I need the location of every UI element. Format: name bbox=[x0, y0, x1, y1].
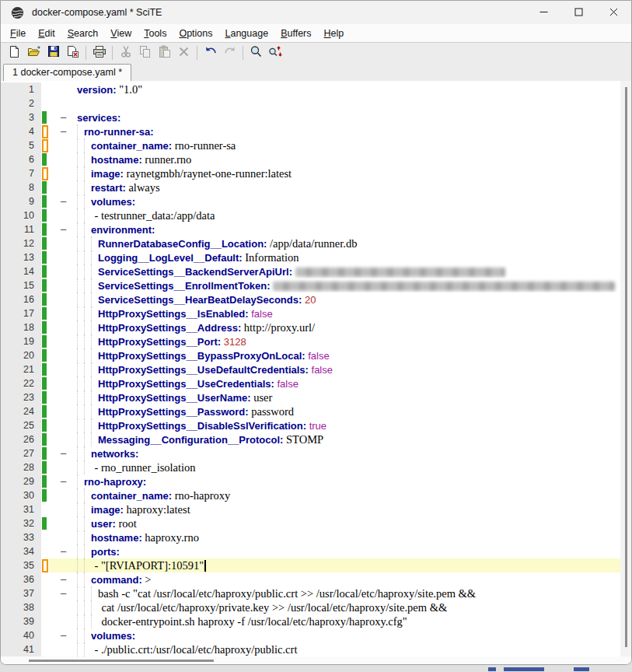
fold-collapse-icon[interactable]: – bbox=[61, 628, 66, 642]
code-line[interactable]: 11–environment: bbox=[1, 222, 620, 236]
code-line[interactable]: 22HttpProxySettings__UseCredentials: fal… bbox=[1, 376, 620, 390]
indent-guide bbox=[84, 376, 85, 390]
code-line[interactable]: 37–bash -c "cat /usr/local/etc/haproxy/p… bbox=[1, 586, 620, 600]
code-line[interactable]: 26Messaging__Configuration__Protocol: ST… bbox=[1, 432, 620, 446]
menu-view[interactable]: View bbox=[104, 26, 138, 41]
yaml-value: rno-runner-sa bbox=[172, 139, 236, 152]
code-line[interactable]: 2 bbox=[1, 96, 620, 110]
fold-collapse-icon[interactable]: – bbox=[61, 474, 66, 488]
code-line[interactable]: 5container_name: rno-runner-sa bbox=[1, 138, 620, 152]
code-line[interactable]: 21HttpProxySettings__UseDefaultCredentia… bbox=[1, 362, 620, 376]
code-text-area: –volumes: bbox=[49, 628, 620, 642]
close-file-button[interactable] bbox=[63, 44, 82, 62]
code-line[interactable]: 18HttpProxySettings__Address: http://pro… bbox=[1, 320, 620, 334]
menu-file[interactable]: File bbox=[4, 26, 32, 41]
code-line-text: hostname: runner.rno bbox=[49, 152, 620, 166]
menu-buffers[interactable]: Buffers bbox=[274, 26, 317, 41]
code-line[interactable]: 24HttpProxySettings__Password: password bbox=[1, 404, 620, 418]
code-line[interactable]: 15ServiceSettings__EnrollmentToken: bbox=[1, 278, 620, 292]
code-line[interactable]: 1version: "1.0" bbox=[1, 82, 620, 96]
code-line[interactable]: 35- "[RVIAPORT]:10591" bbox=[1, 558, 620, 572]
fold-collapse-icon[interactable]: – bbox=[61, 572, 66, 586]
print-button[interactable] bbox=[89, 44, 109, 62]
fold-collapse-icon[interactable]: – bbox=[61, 222, 66, 236]
code-text-area: –networks: bbox=[49, 446, 620, 460]
find-icon bbox=[250, 45, 263, 61]
fold-collapse-icon[interactable]: – bbox=[61, 194, 66, 208]
code-line[interactable]: 41- ./public.crt:/usr/local/etc/haproxy/… bbox=[1, 642, 620, 656]
code-line[interactable]: 6hostname: runner.rno bbox=[1, 152, 620, 166]
line-number: 36 bbox=[1, 572, 41, 586]
fold-collapse-icon[interactable]: – bbox=[61, 544, 66, 558]
code-line[interactable]: 10- testrunner_data:/app/data bbox=[1, 208, 620, 222]
code-line[interactable]: 32user: root bbox=[1, 516, 620, 530]
minimize-button[interactable] bbox=[526, 1, 561, 24]
code-line[interactable]: 31image: haproxy:latest bbox=[1, 502, 620, 516]
code-line[interactable]: 27–networks: bbox=[1, 446, 620, 460]
vertical-scrollbar[interactable] bbox=[620, 81, 631, 656]
menu-search[interactable]: Search bbox=[61, 26, 105, 41]
yaml-value: Information bbox=[243, 251, 299, 264]
change-marker-saved bbox=[41, 362, 49, 376]
line-number: 25 bbox=[1, 418, 41, 432]
code-line[interactable]: 40–volumes: bbox=[1, 628, 620, 642]
maximize-button[interactable] bbox=[561, 1, 596, 24]
code-line[interactable]: 13Logging__LogLevel__Default: Informatio… bbox=[1, 250, 620, 264]
close-button[interactable] bbox=[596, 1, 631, 24]
code-line[interactable]: 12RunnerDatabaseConfig__Location: /app/d… bbox=[1, 236, 620, 250]
code-text-area: –ports: bbox=[49, 544, 620, 558]
menu-options[interactable]: Options bbox=[173, 26, 218, 41]
code-line[interactable]: 16ServiceSettings__HearBeatDelaySeconds:… bbox=[1, 292, 620, 306]
code-line[interactable]: 36–command: > bbox=[1, 572, 620, 586]
tab-docker-compose[interactable]: 1 docker-compose.yaml * bbox=[3, 64, 131, 81]
code-line[interactable]: 38cat /usr/local/etc/haproxy/private.key… bbox=[1, 600, 620, 614]
indent-guide bbox=[77, 530, 78, 544]
yaml-value: root bbox=[116, 517, 137, 530]
fold-collapse-icon[interactable]: – bbox=[61, 124, 66, 138]
fold-collapse-icon[interactable]: – bbox=[61, 110, 66, 124]
line-number: 31 bbox=[1, 502, 41, 516]
change-marker-saved bbox=[41, 460, 49, 474]
editor-pane[interactable]: 1version: "1.0"23–services:4–rno-runner-… bbox=[1, 81, 631, 656]
code-line-text: HttpProxySettings__Password: password bbox=[49, 404, 620, 418]
code-text-area: user: root bbox=[49, 516, 620, 530]
change-marker-unsaved bbox=[41, 124, 49, 138]
horizontal-scrollbar-thumb[interactable] bbox=[29, 660, 214, 662]
code-line[interactable]: 39docker-entrypoint.sh haproxy -f /usr/l… bbox=[1, 614, 620, 628]
save-file-button[interactable] bbox=[44, 44, 63, 62]
code-line[interactable]: 20HttpProxySettings__BypassProxyOnLocal:… bbox=[1, 348, 620, 362]
code-line[interactable]: 9–volumes: bbox=[1, 194, 620, 208]
find-button[interactable] bbox=[246, 44, 266, 62]
code-line[interactable]: 4–rno-runner-sa: bbox=[1, 124, 620, 138]
code-line[interactable]: 17HttpProxySettings__IsEnabled: false bbox=[1, 306, 620, 320]
fold-collapse-icon[interactable]: – bbox=[61, 586, 66, 600]
vertical-scrollbar-thumb[interactable] bbox=[625, 87, 627, 647]
code-line[interactable]: 3–services: bbox=[1, 110, 620, 124]
menu-edit[interactable]: Edit bbox=[32, 26, 61, 41]
code-line[interactable]: 25HttpProxySettings__DisableSslVerificat… bbox=[1, 418, 620, 432]
code-line[interactable]: 33hostname: haproxy.rno bbox=[1, 530, 620, 544]
line-number: 23 bbox=[1, 390, 41, 404]
code-line[interactable]: 29–rno-haproxy: bbox=[1, 474, 620, 488]
line-number: 21 bbox=[1, 362, 41, 376]
replace-button[interactable] bbox=[266, 44, 285, 62]
undo-button[interactable] bbox=[201, 44, 220, 62]
line-number: 1 bbox=[1, 82, 41, 96]
menu-help[interactable]: Help bbox=[318, 26, 351, 41]
horizontal-scrollbar[interactable] bbox=[1, 656, 631, 664]
code-line[interactable]: 34–ports: bbox=[1, 544, 620, 558]
menu-language[interactable]: Language bbox=[219, 26, 275, 41]
code-line-text: Logging__LogLevel__Default: Information bbox=[49, 250, 620, 264]
open-file-button[interactable] bbox=[24, 44, 44, 62]
fold-collapse-icon[interactable]: – bbox=[61, 446, 66, 460]
menu-tools[interactable]: Tools bbox=[138, 26, 173, 41]
code-line[interactable]: 19HttpProxySettings__Port: 3128 bbox=[1, 334, 620, 348]
code-line[interactable]: 30container_name: rno-haproxy bbox=[1, 488, 620, 502]
code-line[interactable]: 28- rno_runner_isolation bbox=[1, 460, 620, 474]
change-marker-saved bbox=[41, 236, 49, 250]
code-line[interactable]: 7image: raynetgmbh/raynet-one-runner:lat… bbox=[1, 166, 620, 180]
code-line[interactable]: 23HttpProxySettings__UserName: user bbox=[1, 390, 620, 404]
new-file-button[interactable] bbox=[5, 44, 24, 62]
code-line[interactable]: 14ServiceSettings__BackendServerApiUrl: bbox=[1, 264, 620, 278]
code-line[interactable]: 8restart: always bbox=[1, 180, 620, 194]
